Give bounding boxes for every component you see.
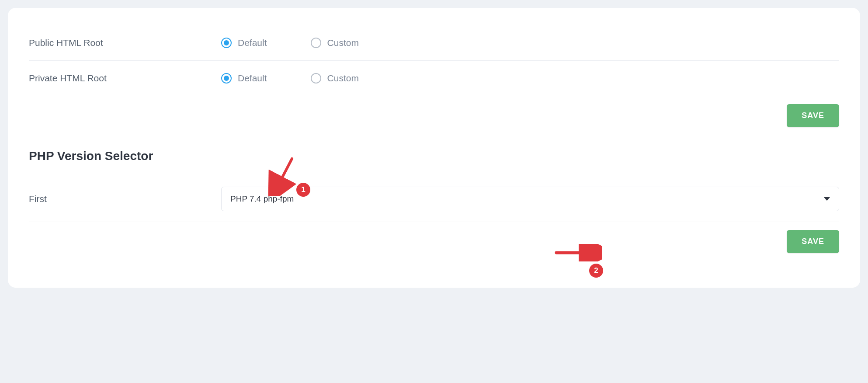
php-first-row: First PHP 7.4 php-fpm <box>29 176 839 222</box>
php-first-label: First <box>29 194 221 204</box>
php-first-select[interactable]: PHP 7.4 php-fpm <box>221 187 839 211</box>
public-html-root-custom-text: Custom <box>327 38 359 48</box>
private-html-root-row: Private HTML Root Default Custom <box>29 61 839 96</box>
public-html-root-custom-option[interactable]: Custom <box>311 38 359 48</box>
private-html-root-label: Private HTML Root <box>29 73 221 84</box>
annotation-badge-2: 2 <box>589 264 603 278</box>
public-html-root-row: Public HTML Root Default Custom <box>29 25 839 61</box>
public-html-root-default-text: Default <box>238 38 267 48</box>
save-row-2: SAVE <box>29 222 839 253</box>
php-first-select-value: PHP 7.4 php-fpm <box>230 194 294 204</box>
radio-unselected-icon <box>311 38 321 48</box>
save-row-1: SAVE <box>29 96 839 127</box>
private-html-root-custom-option[interactable]: Custom <box>311 73 359 84</box>
chevron-down-icon <box>824 197 830 201</box>
php-first-select-wrap: PHP 7.4 php-fpm <box>221 187 839 211</box>
save-button-1[interactable]: SAVE <box>787 104 839 127</box>
radio-unselected-icon <box>311 73 321 84</box>
private-html-root-custom-text: Custom <box>327 73 359 84</box>
php-version-selector-title: PHP Version Selector <box>29 149 839 163</box>
private-html-root-radio-group: Default Custom <box>221 73 359 84</box>
public-html-root-default-option[interactable]: Default <box>221 38 267 48</box>
public-html-root-radio-group: Default Custom <box>221 38 359 48</box>
settings-card: Public HTML Root Default Custom Private … <box>8 8 860 288</box>
save-button-2[interactable]: SAVE <box>787 230 839 253</box>
private-html-root-default-option[interactable]: Default <box>221 73 267 84</box>
public-html-root-label: Public HTML Root <box>29 38 221 48</box>
radio-selected-icon <box>221 38 232 48</box>
private-html-root-default-text: Default <box>238 73 267 84</box>
radio-selected-icon <box>221 73 232 84</box>
